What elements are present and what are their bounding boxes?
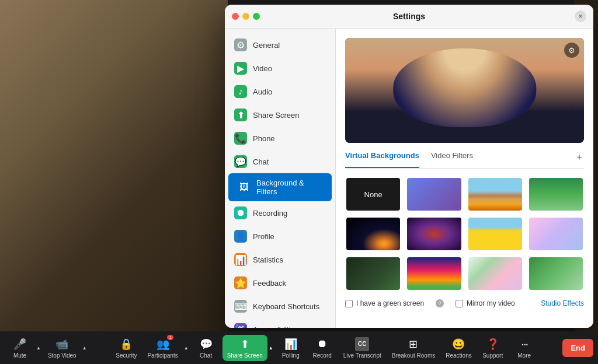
green-screen-option[interactable]: I have a green screen xyxy=(345,299,424,307)
breakout-icon: ⊞ xyxy=(406,337,420,351)
background-none-inner: None xyxy=(346,178,400,211)
sidebar-item-chat[interactable]: 💬 Chat xyxy=(225,150,335,173)
settings-titlebar: Settings × xyxy=(225,5,593,29)
share-group: ⬆ Share Screen ▲ xyxy=(222,335,274,361)
sidebar-label-audio: Audio xyxy=(253,88,272,96)
participants-count-badge: 1 xyxy=(167,335,173,340)
background-bridge[interactable] xyxy=(467,177,523,212)
sidebar-item-general[interactable]: ⚙ General xyxy=(225,33,335,57)
stop-video-button[interactable]: 📹 Stop Video xyxy=(43,335,81,361)
background-space-inner xyxy=(346,218,400,250)
profile-icon: 👤 xyxy=(234,230,247,243)
background-sunset[interactable] xyxy=(406,256,462,291)
background-blur[interactable] xyxy=(406,177,462,212)
more-icon: ··· xyxy=(517,337,531,351)
security-icon: 🔒 xyxy=(119,337,133,351)
breakout-button[interactable]: ⊞ Breakout Rooms xyxy=(387,335,440,361)
sidebar-item-sharescreen[interactable]: ⬆ Share Screen xyxy=(225,103,335,127)
chat-toolbar-label: Chat xyxy=(200,352,212,359)
breakout-label: Breakout Rooms xyxy=(392,352,435,359)
preview-settings-icon[interactable]: ⚙ xyxy=(564,43,579,58)
background-icon: 🖼 xyxy=(238,181,251,194)
sidebar-item-video[interactable]: ▶ Video xyxy=(225,57,335,80)
background-leaf-inner xyxy=(346,257,400,290)
studio-effects-link[interactable]: Studio Effects xyxy=(541,299,584,307)
background-nature[interactable] xyxy=(528,256,584,291)
security-button[interactable]: 🔒 Security xyxy=(111,335,141,361)
video-arrow[interactable]: ▲ xyxy=(81,344,88,352)
sidebar-item-statistics[interactable]: 📊 Statistics xyxy=(225,248,335,271)
share-screen-label: Share Screen xyxy=(227,352,263,359)
support-button[interactable]: ❓ Support xyxy=(478,335,508,361)
more-button[interactable]: ··· More xyxy=(509,335,540,361)
mute-button[interactable]: 🎤 Mute xyxy=(5,335,35,361)
reactions-button[interactable]: 😀 Reactions xyxy=(441,335,476,361)
transcript-button[interactable]: CC Live Transcript xyxy=(339,335,386,361)
green-screen-help-icon[interactable]: ? xyxy=(436,299,444,307)
background-nature-inner xyxy=(529,257,583,290)
phone-icon: 📞 xyxy=(234,132,247,145)
sidebar-label-keyboard: Keyboard Shortcuts xyxy=(253,302,319,311)
chat-button[interactable]: 💬 Chat xyxy=(191,335,221,361)
support-icon: ❓ xyxy=(486,337,500,351)
mute-label: Mute xyxy=(13,352,26,359)
settings-title: Settings xyxy=(393,12,425,21)
sidebar-label-chat: Chat xyxy=(253,158,269,166)
background-pastel[interactable] xyxy=(528,216,584,251)
participants-button[interactable]: 👥 1 Participants xyxy=(142,335,182,361)
sidebar-item-accessibility[interactable]: ♿ Accessibility xyxy=(225,318,335,328)
window-maximize-button[interactable] xyxy=(253,13,260,20)
background-none[interactable]: None xyxy=(345,177,401,212)
toolbar-center: 🔒 Security 👥 1 Participants ▲ 💬 Chat ⬆ S… xyxy=(88,335,563,361)
keyboard-icon: ⌨ xyxy=(234,300,247,313)
sidebar-label-general: General xyxy=(253,41,280,50)
mirror-label: Mirror my video xyxy=(467,299,515,307)
participants-group: 👥 1 Participants ▲ xyxy=(142,335,189,361)
sidebar-label-recording: Recording xyxy=(253,209,287,218)
sidebar-item-profile[interactable]: 👤 Profile xyxy=(225,225,335,248)
sidebar-item-feedback[interactable]: ⭐ Feedback xyxy=(225,271,335,295)
record-button[interactable]: ⏺ Record xyxy=(307,335,338,361)
sidebar-label-statistics: Statistics xyxy=(253,256,283,264)
settings-sidebar: ⚙ General ▶ Video ♪ Audio ⬆ Share Screen… xyxy=(225,29,336,328)
sidebar-item-audio[interactable]: ♪ Audio xyxy=(225,80,335,103)
sidebar-item-recording[interactable]: ⏺ Recording xyxy=(225,201,335,225)
mirror-option[interactable]: Mirror my video xyxy=(456,299,515,307)
sidebar-label-feedback: Feedback xyxy=(253,279,286,288)
background-space[interactable] xyxy=(345,216,401,251)
add-background-button[interactable]: ＋ xyxy=(575,151,584,168)
background-options: I have a green screen ? Mirror my video … xyxy=(345,299,584,307)
participants-icon: 👥 1 xyxy=(156,337,170,351)
sidebar-item-background[interactable]: 🖼 Background & Filters xyxy=(228,173,332,201)
sidebar-item-keyboard[interactable]: ⌨ Keyboard Shortcuts xyxy=(225,295,335,318)
polling-icon: 📊 xyxy=(284,337,298,351)
share-arrow[interactable]: ▲ xyxy=(267,344,274,352)
transcript-icon: CC xyxy=(355,337,369,351)
sidebar-item-phone[interactable]: 📞 Phone xyxy=(225,127,335,150)
end-button[interactable]: End xyxy=(562,339,593,357)
polling-button[interactable]: 📊 Polling xyxy=(276,335,306,361)
window-close-button[interactable] xyxy=(232,13,239,20)
mirror-checkbox[interactable] xyxy=(456,300,463,307)
green-screen-checkbox[interactable] xyxy=(345,300,353,307)
mute-group: 🎤 Mute ▲ xyxy=(5,335,42,361)
window-minimize-button[interactable] xyxy=(242,13,249,20)
settings-close-icon[interactable]: × xyxy=(575,10,586,22)
settings-panel: Settings × ⚙ General ▶ Video ♪ Audio ⬆ S… xyxy=(225,5,593,328)
record-label: Record xyxy=(313,352,332,359)
tab-virtual-backgrounds[interactable]: Virtual Backgrounds xyxy=(345,151,419,168)
background-nebula-inner xyxy=(407,218,461,250)
stop-video-icon: 📹 xyxy=(55,337,69,351)
background-leaf[interactable] xyxy=(345,256,401,291)
tab-video-filters[interactable]: Video Filters xyxy=(431,151,473,168)
background-sunflower[interactable] xyxy=(467,216,523,251)
settings-main: ⚙ Virtual Backgrounds Video Filters ＋ No… xyxy=(336,29,593,328)
share-screen-button[interactable]: ⬆ Share Screen xyxy=(222,335,267,361)
participants-arrow[interactable]: ▲ xyxy=(183,344,190,352)
sidebar-label-video: Video xyxy=(253,64,272,73)
background-green-inner xyxy=(529,178,583,211)
background-dots[interactable] xyxy=(467,256,523,291)
mute-arrow[interactable]: ▲ xyxy=(35,344,42,352)
background-nebula[interactable] xyxy=(406,216,462,251)
background-green[interactable] xyxy=(528,177,584,212)
